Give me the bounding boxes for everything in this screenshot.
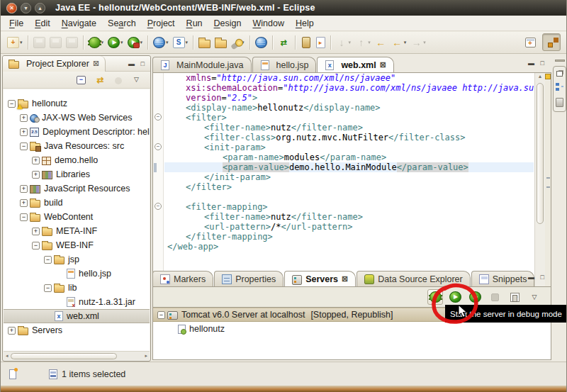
tab-servers[interactable]: Servers⊠ [284,271,356,286]
import-folder-button[interactable] [197,34,212,51]
synchronize-button[interactable]: ⇄ [276,34,291,51]
tree-item-demo-hello[interactable]: +demo.hello [4,153,150,167]
dropdown-icon[interactable]: ▾ [368,40,371,45]
java-ee-perspective-button[interactable] [542,33,561,51]
minimize-button[interactable]: ▾ [21,3,31,13]
menu-design[interactable]: Design [208,17,247,30]
open-perspective-button[interactable]: + [521,33,539,51]
project-explorer-tab[interactable]: Project Explorer ⊠ [3,56,106,72]
dropdown-icon[interactable]: ▾ [423,40,426,45]
show-annotation-button[interactable]: ▸ [315,34,327,51]
tree-item-jsp[interactable]: −jsp [4,252,150,267]
tree-item-servers[interactable]: +Servers [4,323,150,337]
scroll-right-icon[interactable]: ▸ [142,353,150,359]
scroll-up-icon[interactable]: ▲ [535,74,545,79]
fold-collapse-icon[interactable]: − [155,143,162,150]
expander-icon[interactable]: + [32,157,40,164]
scroll-left-icon[interactable]: ◂ [4,353,11,359]
expander-icon[interactable]: − [44,256,52,264]
java-ee-wizard-button[interactable]: S▾ [172,34,190,51]
stop-server-button[interactable] [487,289,503,305]
scroll-thumb[interactable] [537,83,544,224]
restore-view-icon[interactable] [556,71,563,77]
collapse-all-button[interactable]: − [75,72,87,89]
search-button[interactable]: ▾ [230,34,246,51]
tab-markers[interactable]: Markers [152,271,213,286]
tab-properties[interactable]: Properties [214,271,284,286]
dropdown-icon[interactable]: ▾ [349,40,352,45]
fold-collapse-icon[interactable]: − [155,113,162,121]
expander-icon[interactable]: + [20,114,28,122]
view-menu-button[interactable]: ▽ [129,72,144,89]
minimize-view-icon[interactable]: ▬ □ [128,60,147,67]
expander-icon[interactable]: + [32,171,40,179]
tree-item-nutz-1-a-31-jar[interactable]: nutz-1.a.31.jar [4,295,150,309]
save-button[interactable] [32,34,47,51]
menu-help[interactable]: Help [290,17,320,30]
editor-minimize-maximize[interactable]: ▬ □ [528,60,546,67]
save-all-button[interactable] [48,34,63,51]
back-button[interactable]: ←▾ [390,34,408,51]
debug-button[interactable]: ▾ [87,34,106,51]
tree-item-hellonutz[interactable]: −hellonutz [4,96,150,111]
palette-icon[interactable] [556,98,563,107]
menu-project[interactable]: Project [142,17,181,30]
tree-item-jax-ws-web-services[interactable]: +JAX-WS Web Services [4,111,150,125]
back-to-button[interactable]: ← [374,34,388,51]
servers-view-menu-button[interactable]: ▽ [527,289,542,305]
previous-annotation-button[interactable]: ↑▾ [354,34,372,51]
server-module-row[interactable]: hellonutz [153,322,551,336]
tree-item-lib[interactable]: −lib [4,281,150,295]
tab-hello-jsp[interactable]: hello.jsp [252,57,317,72]
collapsed-view-handle[interactable] [555,60,565,62]
expander-icon[interactable]: − [32,242,40,250]
print-button[interactable] [64,34,79,51]
web-browser-button[interactable] [254,34,269,51]
expander-icon[interactable]: − [157,311,165,319]
dropdown-icon[interactable]: ▾ [140,40,143,45]
menu-run[interactable]: Run [181,17,208,30]
maximize-button[interactable]: ▴ [35,3,45,13]
tab-mainmodule-java[interactable]: JMainModule.java [152,57,252,72]
dropdown-icon[interactable]: ▾ [186,40,189,45]
expander-icon[interactable]: − [20,142,28,150]
code-editor[interactable]: xmlns="http://java.sun.com/xml/ns/javaee… [164,73,534,301]
expander-icon[interactable]: + [32,228,40,235]
publish-server-button[interactable]: ▸ [507,289,522,305]
tree-item-javascript-resources[interactable]: +JavaScript Resources [4,181,150,196]
tree-item-java-resources-src[interactable]: −Java Resources: src [4,139,150,153]
scroll-thumb[interactable] [11,353,117,359]
close-icon[interactable]: ⊠ [342,274,348,284]
tab-web-xml[interactable]: xweb.xml⊠ [317,57,394,72]
expander-icon[interactable]: − [8,100,16,108]
view-close-icon[interactable]: ⊠ [93,59,99,68]
next-annotation-button[interactable]: ↓▾ [335,34,353,51]
outline-icon[interactable] [556,83,564,91]
vertical-scrollbar[interactable]: ▲ ▼ [534,73,545,301]
menu-window[interactable]: Window [247,17,289,30]
menu-navigate[interactable]: Navigate [56,17,102,30]
menu-file[interactable]: File [4,17,29,30]
menu-edit[interactable]: Edit [29,17,56,30]
dropdown-icon[interactable]: ▾ [404,40,407,45]
forward-button[interactable]: →▾ [409,34,427,51]
expander-icon[interactable]: − [44,284,52,292]
close-button[interactable]: ✕ [6,3,17,13]
tree-item-deployment-descriptor-hellonutz[interactable]: +2.5Deployment Descriptor: hellonutz [4,125,150,139]
menu-search[interactable]: Search [102,17,142,30]
expander-icon[interactable]: + [20,128,28,136]
tree-item-libraries[interactable]: +Libraries [4,167,150,181]
close-icon[interactable]: ⊠ [380,60,386,69]
run-button[interactable]: ▶▾ [106,34,125,51]
expander-icon[interactable]: − [20,213,28,221]
fast-view-toggle-icon[interactable] [9,369,16,379]
panel-minimize-maximize[interactable]: ▬ □ [528,274,546,281]
tree-item-hello-jsp[interactable]: hello.jsp [4,267,150,281]
export-folder-button[interactable] [213,34,228,51]
dropdown-icon[interactable]: ▾ [101,40,104,45]
focus-button[interactable] [113,72,123,89]
fold-collapse-icon[interactable]: − [155,203,162,210]
expander-icon[interactable]: + [8,327,16,335]
new-wizard-button[interactable]: +▾ [6,34,24,51]
horizontal-scrollbar[interactable]: ◂ ▸ [4,351,150,360]
